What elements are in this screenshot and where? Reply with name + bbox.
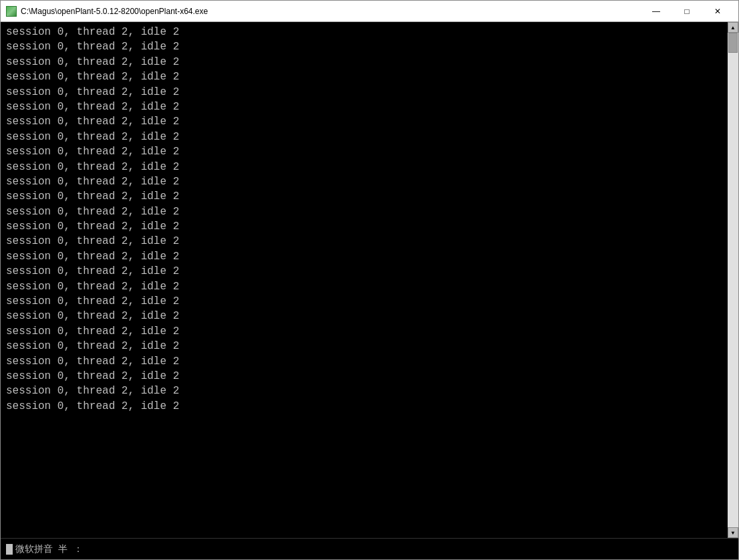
title-bar: C:\Magus\openPlant-5.0.12-8200\openPlant… [1, 1, 738, 22]
console-line: session 0, thread 2, idle 2 [6, 384, 722, 398]
console-line: session 0, thread 2, idle 2 [6, 39, 722, 54]
console-line: session 0, thread 2, idle 2 [6, 100, 722, 114]
console-line: session 0, thread 2, idle 2 [6, 25, 722, 39]
console-line: session 0, thread 2, idle 2 [6, 264, 722, 279]
cursor-indicator [6, 544, 13, 555]
minimize-button[interactable]: — [641, 1, 672, 22]
console-line: session 0, thread 2, idle 2 [6, 55, 722, 69]
console-line: session 0, thread 2, idle 2 [6, 249, 722, 264]
app-icon [6, 6, 17, 17]
scrollbar-track[interactable] [728, 33, 738, 527]
console-line: session 0, thread 2, idle 2 [6, 369, 722, 384]
close-button[interactable]: ✕ [702, 1, 733, 22]
console-line: session 0, thread 2, idle 2 [6, 339, 722, 354]
console-line: session 0, thread 2, idle 2 [6, 234, 722, 249]
console-line: session 0, thread 2, idle 2 [6, 174, 722, 189]
console-line: session 0, thread 2, idle 2 [6, 204, 722, 219]
console-line: session 0, thread 2, idle 2 [6, 144, 722, 159]
scroll-up-button[interactable]: ▲ [728, 22, 738, 33]
console-line: session 0, thread 2, idle 2 [6, 399, 722, 414]
console-line: session 0, thread 2, idle 2 [6, 130, 722, 144]
console-line: session 0, thread 2, idle 2 [6, 324, 722, 339]
console-line: session 0, thread 2, idle 2 [6, 279, 722, 294]
window-controls: — □ ✕ [641, 1, 733, 22]
console-window: C:\Magus\openPlant-5.0.12-8200\openPlant… [0, 0, 739, 560]
console-area: session 0, thread 2, idle 2session 0, th… [1, 22, 738, 538]
console-output: session 0, thread 2, idle 2session 0, th… [1, 22, 728, 538]
scrollbar[interactable]: ▲ ▼ [728, 22, 738, 538]
console-line: session 0, thread 2, idle 2 [6, 309, 722, 323]
console-line: session 0, thread 2, idle 2 [6, 85, 722, 100]
window-title: C:\Magus\openPlant-5.0.12-8200\openPlant… [21, 7, 641, 16]
scrollbar-thumb[interactable] [728, 33, 738, 53]
console-line: session 0, thread 2, idle 2 [6, 114, 722, 129]
console-line: session 0, thread 2, idle 2 [6, 219, 722, 234]
scroll-down-button[interactable]: ▼ [728, 527, 738, 538]
console-line: session 0, thread 2, idle 2 [6, 294, 722, 309]
ime-status: 微软拼音 半 ： [15, 543, 83, 555]
console-line: session 0, thread 2, idle 2 [6, 160, 722, 174]
console-line: session 0, thread 2, idle 2 [6, 354, 722, 369]
status-bar: 微软拼音 半 ： [1, 538, 738, 559]
maximize-button[interactable]: □ [672, 1, 702, 22]
console-line: session 0, thread 2, idle 2 [6, 189, 722, 204]
console-line: session 0, thread 2, idle 2 [6, 69, 722, 84]
